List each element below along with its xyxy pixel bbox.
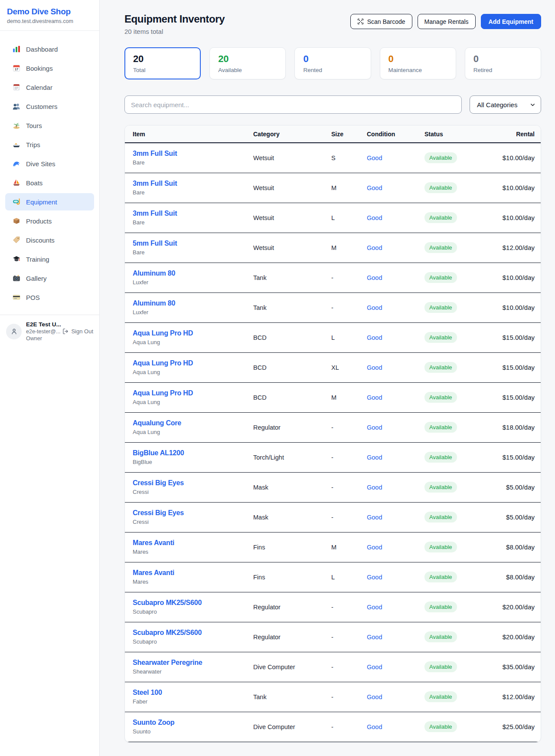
stat-card-total[interactable]: 20 Total — [124, 47, 201, 79]
item-condition-link[interactable]: Good — [367, 694, 382, 700]
item-name-link[interactable]: Scubapro MK25/S600 — [133, 599, 202, 607]
item-condition-link[interactable]: Good — [367, 634, 382, 641]
table-row[interactable]: Steel 100 Faber Tank - Good Available $1… — [125, 682, 541, 712]
item-name-link[interactable]: Aqua Lung Pro HD — [133, 359, 193, 367]
status-badge: Available — [424, 572, 457, 582]
item-condition-link[interactable]: Good — [367, 544, 382, 551]
item-name-link[interactable]: Aqua Lung Pro HD — [133, 329, 193, 337]
status-badge: Available — [424, 362, 457, 373]
table-row[interactable]: Scubapro MK25/S600 Scubapro Regulator - … — [125, 592, 541, 622]
add-equipment-button[interactable]: Add Equipment — [481, 14, 541, 29]
table-row[interactable]: Aluminum 80 Luxfer Tank - Good Available… — [125, 263, 541, 293]
item-condition-link[interactable]: Good — [367, 424, 382, 431]
graduation-cap-icon — [13, 255, 20, 263]
table-row[interactable]: Shearwater Peregrine Shearwater Dive Com… — [125, 652, 541, 682]
sign-out-button[interactable]: Sign Out — [62, 328, 93, 335]
sidebar-item-trips[interactable]: Trips — [5, 136, 94, 153]
status-badge: Available — [424, 691, 457, 702]
item-name-link[interactable]: Scubapro MK25/S600 — [133, 629, 202, 637]
item-name-link[interactable]: 3mm Full Suit — [133, 210, 177, 217]
item-condition-link[interactable]: Good — [367, 214, 382, 221]
item-size: L — [331, 214, 335, 221]
item-condition-link[interactable]: Good — [367, 604, 382, 611]
table-row[interactable]: 3mm Full Suit Bare Wetsuit M Good Availa… — [125, 173, 541, 203]
stat-card-maintenance[interactable]: 0 Maintenance — [380, 47, 456, 79]
item-name-link[interactable]: Aqua Lung Pro HD — [133, 389, 193, 397]
table-row[interactable]: Mares Avanti Mares Fins M Good Available… — [125, 532, 541, 562]
item-name-link[interactable]: Suunto Zoop — [133, 719, 174, 726]
item-name-link[interactable]: 3mm Full Suit — [133, 180, 177, 187]
item-condition-link[interactable]: Good — [367, 154, 382, 161]
sidebar-item-tours[interactable]: Tours — [5, 117, 94, 134]
item-condition-link[interactable]: Good — [367, 514, 382, 521]
table-row[interactable]: Suunto Zoop Suunto Dive Computer - Good … — [125, 712, 541, 742]
scan-barcode-button[interactable]: Scan Barcode — [350, 14, 412, 29]
user-name: E2E Test U... — [26, 321, 58, 328]
item-name-link[interactable]: 5mm Full Suit — [133, 240, 177, 247]
category-select[interactable]: All Categories — [470, 95, 541, 114]
sidebar-item-equipment[interactable]: Equipment — [5, 193, 94, 210]
item-name-link[interactable]: Aqualung Core — [133, 419, 181, 427]
sidebar-item-calendar[interactable]: Calendar — [5, 79, 94, 96]
sidebar-item-discounts[interactable]: Discounts — [5, 231, 94, 249]
table-row[interactable]: Aqualung Core Aqua Lung Regulator - Good… — [125, 412, 541, 442]
item-name-link[interactable]: Shearwater Peregrine — [133, 659, 202, 667]
item-name-link[interactable]: 3mm Full Suit — [133, 150, 177, 158]
item-condition-link[interactable]: Good — [367, 334, 382, 341]
table-row[interactable]: Aqua Lung Pro HD Aqua Lung BCD M Good Av… — [125, 382, 541, 412]
item-category: Mask — [253, 484, 268, 491]
sidebar-item-dashboard[interactable]: Dashboard — [5, 40, 94, 58]
item-condition-link[interactable]: Good — [367, 304, 382, 311]
sidebar-item-pos[interactable]: POS — [5, 289, 94, 306]
item-name-link[interactable]: BigBlue AL1200 — [133, 449, 184, 457]
item-condition-link[interactable]: Good — [367, 364, 382, 371]
table-row[interactable]: Scubapro MK25/S600 Scubapro Regulator - … — [125, 622, 541, 652]
item-condition-link[interactable]: Good — [367, 454, 382, 461]
manage-rentals-button[interactable]: Manage Rentals — [418, 14, 476, 29]
sidebar-item-customers[interactable]: Customers — [5, 98, 94, 115]
table-row[interactable]: Mares Avanti Mares Fins L Good Available… — [125, 562, 541, 592]
sidebar-item-dive-sites[interactable]: Dive Sites — [5, 155, 94, 172]
table-row[interactable]: Aluminum 80 Luxfer Tank - Good Available… — [125, 293, 541, 322]
item-brand: Mares — [133, 579, 253, 585]
sidebar-item-training[interactable]: Training — [5, 250, 94, 268]
sidebar-item-gallery[interactable]: Gallery — [5, 270, 94, 287]
item-condition-link[interactable]: Good — [367, 723, 382, 730]
table-row[interactable]: Cressi Big Eyes Cressi Mask - Good Avail… — [125, 472, 541, 502]
item-name-link[interactable]: Mares Avanti — [133, 569, 174, 577]
package-icon — [13, 217, 20, 225]
status-badge: Available — [424, 302, 457, 313]
logout-icon — [62, 328, 69, 335]
item-condition-link[interactable]: Good — [367, 574, 382, 581]
table-row[interactable]: 3mm Full Suit Bare Wetsuit S Good Availa… — [125, 143, 541, 173]
item-name-link[interactable]: Aluminum 80 — [133, 270, 175, 277]
item-name-link[interactable]: Aluminum 80 — [133, 299, 175, 307]
item-condition-link[interactable]: Good — [367, 664, 382, 671]
item-condition-link[interactable]: Good — [367, 274, 382, 281]
sidebar: Demo Dive Shop demo.test.divestreams.com… — [0, 0, 100, 756]
stat-card-retired[interactable]: 0 Retired — [465, 47, 541, 79]
item-name-link[interactable]: Mares Avanti — [133, 539, 174, 547]
table-row[interactable]: Aqua Lung Pro HD Aqua Lung BCD XL Good A… — [125, 352, 541, 382]
item-name-link[interactable]: Cressi Big Eyes — [133, 509, 184, 517]
item-condition-link[interactable]: Good — [367, 394, 382, 401]
stat-value: 0 — [303, 53, 362, 65]
column-header-status: Status — [424, 125, 490, 143]
table-row[interactable]: BigBlue AL1200 BigBlue Torch/Light - Goo… — [125, 442, 541, 472]
sidebar-item-bookings[interactable]: 17 Bookings — [5, 59, 94, 77]
item-condition-link[interactable]: Good — [367, 244, 382, 251]
search-input[interactable] — [124, 95, 462, 114]
item-name-link[interactable]: Steel 100 — [133, 689, 162, 697]
table-row[interactable]: 3mm Full Suit Bare Wetsuit L Good Availa… — [125, 203, 541, 233]
item-condition-link[interactable]: Good — [367, 184, 382, 191]
table-row[interactable]: 5mm Full Suit Bare Wetsuit M Good Availa… — [125, 233, 541, 263]
table-row[interactable]: Aqua Lung Pro HD Aqua Lung BCD L Good Av… — [125, 322, 541, 352]
table-row[interactable]: Cressi Big Eyes Cressi Mask - Good Avail… — [125, 502, 541, 532]
sidebar-item-products[interactable]: Products — [5, 212, 94, 230]
sidebar-nav: Dashboard 17 Bookings Calendar Customers… — [0, 31, 99, 312]
item-condition-link[interactable]: Good — [367, 484, 382, 491]
stat-card-rented[interactable]: 0 Rented — [294, 47, 371, 79]
sidebar-item-boats[interactable]: Boats — [5, 174, 94, 191]
stat-card-available[interactable]: 20 Available — [209, 47, 286, 79]
item-name-link[interactable]: Cressi Big Eyes — [133, 479, 184, 487]
